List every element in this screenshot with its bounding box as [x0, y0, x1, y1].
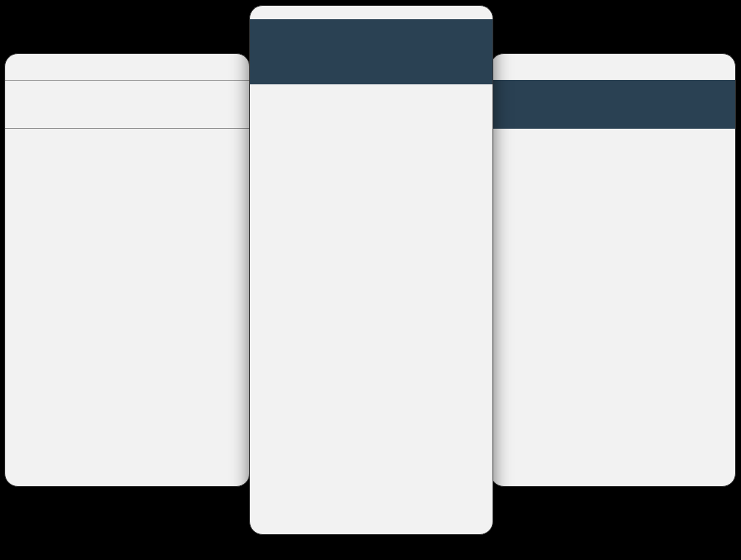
header-bar	[491, 80, 735, 129]
header-bar	[250, 19, 493, 84]
divider-line	[5, 80, 249, 81]
divider-line	[5, 128, 249, 129]
card-right	[490, 53, 736, 487]
card-center	[249, 5, 493, 535]
card-left	[4, 53, 250, 487]
